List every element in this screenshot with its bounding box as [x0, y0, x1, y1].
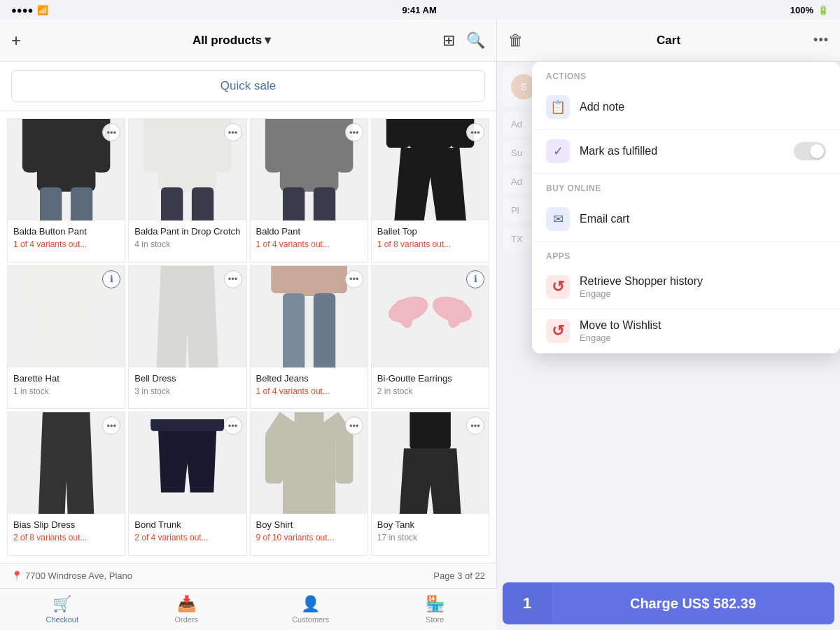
dropdown-item-add-note[interactable]: 📋 Add note [532, 85, 840, 130]
subtotal-label: Su [511, 148, 522, 158]
location-info: 📍 7700 Windrose Ave, Plano [11, 570, 132, 581]
product-menu-button[interactable]: ••• [345, 416, 363, 435]
tx-label: TX [511, 234, 523, 244]
cart-delete-icon[interactable]: 🗑 [508, 31, 524, 50]
charge-button[interactable]: Charge US$ 582.39 [552, 582, 834, 624]
add-note-label: Add note [580, 101, 826, 113]
retrieve-shopper-text: Retrieve Shopper history Engage [580, 275, 826, 299]
svg-rect-50 [410, 412, 451, 450]
dropdown-item-mark-fulfilled[interactable]: ✓ Mark as fulfilled [532, 130, 840, 174]
svg-rect-37 [313, 293, 335, 368]
product-info-button[interactable]: ℹ [102, 270, 120, 288]
move-wishlist-text: Move to Wishlist Engage [580, 319, 826, 343]
orders-label: Orders [174, 615, 198, 624]
svg-rect-1 [37, 119, 96, 192]
product-stock: 2 of 8 variants out... [13, 533, 119, 542]
product-stock: 1 of 4 variants out... [13, 239, 119, 249]
product-card[interactable]: •••Boy Tank17 in stock [371, 412, 489, 556]
product-stock: 1 in stock [13, 386, 119, 396]
status-bar: ●●●● 📶 9:41 AM 100% 🔋 [0, 0, 840, 20]
svg-rect-33 [288, 266, 330, 296]
product-menu-button[interactable]: ••• [224, 270, 242, 288]
left-footer: 📍 7700 Windrose Ave, Plano Page 3 of 22 [0, 563, 496, 588]
product-menu-button[interactable]: ••• [224, 416, 242, 435]
search-icon[interactable]: 🔍 [466, 31, 485, 50]
actions-dropdown: ACTIONS 📋 Add note ✓ Mark as fulfilled B… [532, 62, 840, 354]
bottom-nav: 🛒Checkout📥Orders👤Customers🏪Store [0, 588, 497, 630]
nav-item-store[interactable]: 🏪Store [373, 589, 498, 630]
product-card[interactable]: •••Ballet Top1 of 8 variants out... [371, 118, 489, 262]
svg-rect-25 [43, 266, 90, 314]
dropdown-item-move-wishlist[interactable]: ↺ Move to Wishlist Engage [532, 309, 840, 354]
product-card[interactable]: •••Bond Trunk2 of 4 variants out... [128, 412, 246, 556]
product-card[interactable]: •••Bell Dress3 in stock [128, 265, 246, 410]
nav-item-checkout[interactable]: 🛒Checkout [0, 589, 125, 630]
main-layout: + All products ▾ ⊞ 🔍 Quick sale •••Balda… [0, 20, 840, 630]
product-stock: 1 of 4 variants out... [256, 386, 362, 396]
product-menu-button[interactable]: ••• [345, 123, 363, 141]
product-name: Boy Shirt [256, 519, 362, 531]
left-header: + All products ▾ ⊞ 🔍 [0, 20, 496, 62]
mark-fulfilled-label: Mark as fulfilled [580, 145, 784, 158]
product-card[interactable]: •••Balda Pant in Drop Crotch4 in stock [128, 118, 246, 262]
battery-icon: 🔋 [818, 5, 829, 15]
page-indicator: Page 3 of 22 [433, 570, 485, 581]
buy-online-section-label: BUY ONLINE [532, 174, 840, 197]
retrieve-shopper-icon: ↺ [546, 275, 570, 299]
checkout-icon: 🛒 [52, 595, 71, 613]
quick-sale-button[interactable]: Quick sale [11, 70, 485, 102]
move-wishlist-label: Move to Wishlist [580, 319, 826, 332]
right-panel: 🗑 Cart ••• S Customer Ad Su Ad Pl TX [497, 20, 840, 630]
svg-rect-8 [144, 119, 161, 173]
wifi-icon: 📶 [37, 5, 48, 15]
svg-rect-36 [282, 293, 304, 368]
cart-more-icon[interactable]: ••• [813, 33, 829, 48]
product-name: Bond Trunk [134, 519, 240, 531]
product-card[interactable]: •••Bias Slip Dress2 of 8 variants out... [7, 412, 125, 556]
dropdown-arrow: ▾ [265, 33, 271, 48]
product-card[interactable]: •••Baldo Pant1 of 4 variants out... [250, 118, 368, 262]
product-stock: 1 of 4 variants out... [256, 239, 362, 249]
move-wishlist-sublabel: Engage [580, 332, 826, 343]
product-card[interactable]: •••Belted Jeans1 of 4 variants out... [250, 265, 368, 410]
product-menu-button[interactable]: ••• [345, 270, 363, 288]
add-note-icon: 📋 [546, 95, 570, 119]
product-card[interactable]: •••Boy Shirt9 of 10 variants out... [250, 412, 368, 556]
add-button[interactable]: + [11, 31, 21, 50]
barcode-icon[interactable]: ⊞ [442, 31, 455, 50]
cart-item-count: 1 [503, 582, 552, 624]
nav-item-orders[interactable]: 📥Orders [125, 589, 249, 630]
svg-rect-13 [279, 119, 338, 192]
product-card[interactable]: ℹBi-Goutte Earrings2 in stock [371, 265, 489, 410]
product-stock: 2 in stock [377, 386, 483, 396]
svg-rect-5 [71, 188, 92, 220]
product-grid: •••Balda Button Pant1 of 4 variants out.… [0, 111, 496, 563]
product-name: Bi-Goutte Earrings [377, 373, 483, 385]
svg-rect-46 [151, 419, 225, 431]
product-menu-button[interactable]: ••• [224, 123, 242, 141]
svg-rect-20 [386, 119, 410, 148]
add-label: Ad [511, 176, 522, 187]
product-name: Belted Jeans [256, 373, 362, 385]
status-bar-right: 100% 🔋 [790, 5, 829, 15]
nav-item-customers[interactable]: 👤Customers [248, 589, 373, 630]
status-bar-left: ●●●● 📶 [11, 5, 48, 15]
product-card[interactable]: •••Balda Button Pant1 of 4 variants out.… [7, 118, 125, 262]
product-card[interactable]: ℹBarette Hat1 in stock [7, 265, 125, 410]
product-menu-button[interactable]: ••• [466, 123, 484, 141]
svg-rect-10 [161, 188, 183, 220]
dropdown-item-email-cart[interactable]: ✉ Email cart [532, 197, 840, 241]
filter-title: All products [192, 34, 262, 48]
product-filter[interactable]: All products ▾ [192, 33, 271, 48]
store-icon: 🏪 [426, 595, 444, 613]
add-discount-label: Ad [511, 119, 522, 130]
cart-title: Cart [524, 34, 813, 48]
svg-rect-4 [40, 188, 62, 220]
status-time: 9:41 AM [402, 5, 436, 15]
toggle-mark-fulfilled[interactable] [794, 142, 826, 160]
product-info-button[interactable]: ℹ [466, 270, 484, 288]
svg-rect-11 [192, 188, 214, 220]
retrieve-shopper-label: Retrieve Shopper history [580, 275, 826, 288]
svg-rect-14 [265, 119, 282, 173]
dropdown-item-retrieve-shopper[interactable]: ↺ Retrieve Shopper history Engage [532, 265, 840, 309]
